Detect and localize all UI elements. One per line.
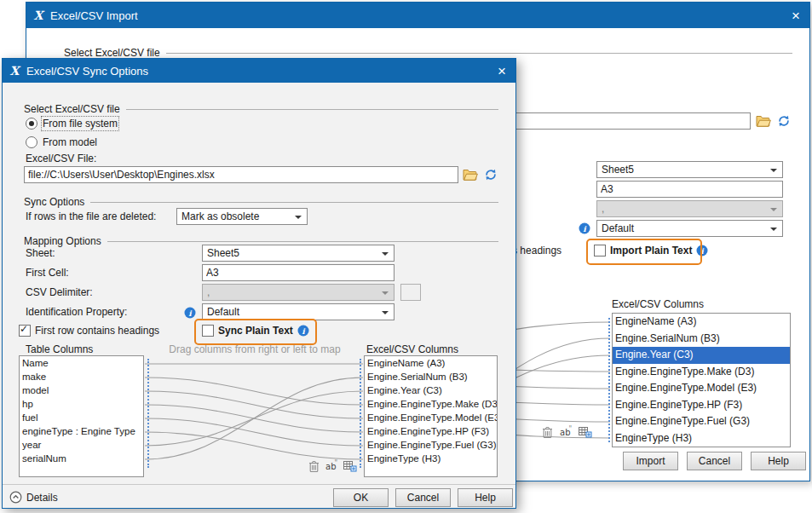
- separator-line: [126, 109, 498, 110]
- cancel-button[interactable]: Cancel: [395, 488, 451, 507]
- info-icon[interactable]: i: [579, 222, 590, 234]
- list-item[interactable]: Engine.EngineType.Fuel (G3): [613, 413, 790, 430]
- sheet-combo[interactable]: Sheet5: [596, 161, 783, 178]
- list-item[interactable]: Engine.EngineType.Make (D3): [613, 364, 790, 381]
- checkbox-unchecked-icon[interactable]: [202, 325, 214, 337]
- list-item[interactable]: Engine.Year (C3): [613, 347, 790, 364]
- map-by-name-icon[interactable]: ab": [558, 424, 573, 439]
- list-item[interactable]: engineType : Engine Type: [20, 424, 143, 438]
- remove-mapping-icon[interactable]: [539, 424, 555, 439]
- csv-delimiter-combo: ,: [596, 200, 783, 217]
- list-item[interactable]: serialNum: [20, 452, 143, 465]
- separator-line: [166, 53, 792, 54]
- sheet-combo[interactable]: Sheet5: [202, 245, 394, 262]
- list-item[interactable]: EngineType (H3): [365, 452, 497, 465]
- list-item[interactable]: Engine.EngineType.Model (E3): [613, 380, 790, 397]
- sync-dialog-body: Select Excel/CSV file From file system F…: [3, 83, 515, 508]
- refresh-icon[interactable]: [483, 167, 498, 182]
- help-button[interactable]: Help: [458, 488, 513, 507]
- details-toggle[interactable]: Details: [9, 491, 58, 504]
- map-by-order-icon[interactable]: [342, 458, 357, 473]
- radio-from-model[interactable]: From model: [26, 135, 97, 148]
- list-item[interactable]: hp: [20, 397, 143, 411]
- file-path-input[interactable]: [24, 166, 458, 183]
- sync-dialog-titlebar[interactable]: X Excel/CSV Sync Options ×: [3, 59, 515, 83]
- refresh-arrows-icon: [777, 114, 791, 128]
- list-item[interactable]: Engine.SerialNum (B3): [613, 331, 790, 348]
- excel-columns-list[interactable]: EngineName (A3)Engine.SerialNum (B3)Engi…: [364, 355, 498, 477]
- import-dialog-titlebar[interactable]: X Excel/CSV Import ×: [26, 3, 809, 28]
- checkbox-checked-icon[interactable]: [19, 325, 31, 337]
- map-by-order-icon[interactable]: [577, 424, 592, 439]
- dialog-title: Excel/CSV Import: [50, 9, 138, 22]
- deleted-rows-value: Mark as obsolete: [181, 210, 259, 222]
- select-file-heading: Select Excel/CSV file: [64, 47, 792, 59]
- excel-columns-list[interactable]: EngineName (A3)Engine.SerialNum (B3)Engi…: [612, 313, 791, 447]
- table-columns-list[interactable]: NamemakemodelhpfuelengineType : Engine T…: [19, 355, 144, 477]
- import-button[interactable]: Import: [623, 452, 678, 470]
- map-by-name-icon[interactable]: ab": [324, 458, 339, 473]
- first-cell-input[interactable]: [596, 181, 783, 198]
- list-item[interactable]: model: [20, 383, 143, 397]
- first-cell-label: First Cell:: [26, 267, 69, 280]
- close-icon[interactable]: ×: [787, 8, 804, 24]
- list-item[interactable]: Engine.EngineType.Make (D3): [365, 397, 497, 411]
- import-plain-text-checkbox[interactable]: Import Plain Text i: [594, 244, 708, 257]
- list-item[interactable]: year: [20, 438, 143, 452]
- list-item[interactable]: EngineName (A3): [365, 356, 497, 370]
- identification-property-combo[interactable]: Default: [596, 220, 783, 237]
- close-icon[interactable]: ×: [493, 63, 510, 79]
- info-icon[interactable]: i: [696, 245, 708, 256]
- radio-selected-icon[interactable]: [26, 118, 37, 130]
- refresh-icon[interactable]: [776, 113, 792, 128]
- drag-hint-text: Drag columns from right or left to map: [146, 343, 364, 355]
- deleted-rows-combo[interactable]: Mark as obsolete: [176, 208, 308, 225]
- sheet-combo-value: Sheet5: [602, 164, 634, 176]
- custom-delimiter-input: [400, 284, 421, 301]
- import-plain-text-label: Import Plain Text: [610, 245, 692, 256]
- radio-from-model-label: From model: [43, 136, 97, 148]
- svg-text:X: X: [34, 9, 45, 22]
- list-item[interactable]: Name: [20, 356, 143, 370]
- drop-edge-indicator: [608, 318, 610, 442]
- radio-from-file-system[interactable]: From file system: [26, 117, 118, 130]
- remove-mapping-icon[interactable]: [306, 458, 321, 473]
- list-item[interactable]: Engine.EngineType.Model (E3): [365, 411, 497, 424]
- checkbox-unchecked-icon[interactable]: [594, 245, 606, 256]
- list-item[interactable]: make: [20, 370, 143, 383]
- list-item[interactable]: Engine.SerialNum (B3): [365, 370, 497, 383]
- list-item[interactable]: EngineName (A3): [613, 314, 790, 331]
- list-item[interactable]: Engine.EngineType.HP (F3): [365, 424, 497, 438]
- mapping-curve: [145, 418, 363, 446]
- separator-line: [107, 241, 498, 242]
- refresh-arrows-icon: [484, 168, 498, 182]
- list-item[interactable]: Engine.EngineType.Fuel (G3): [365, 438, 497, 452]
- sheet-label: Sheet:: [26, 247, 55, 260]
- list-item[interactable]: Engine.Year (C3): [365, 383, 497, 397]
- sync-plain-text-checkbox[interactable]: Sync Plain Text i: [202, 324, 309, 337]
- list-item[interactable]: Engine.EngineType.HP (F3): [613, 397, 790, 414]
- browse-folder-icon[interactable]: [463, 167, 478, 182]
- ok-button[interactable]: OK: [333, 488, 389, 507]
- radio-unselected-icon[interactable]: [26, 136, 37, 148]
- mapping-curve: [145, 378, 363, 459]
- browse-folder-icon[interactable]: [756, 113, 771, 128]
- info-icon[interactable]: i: [184, 307, 196, 319]
- list-item[interactable]: EngineType (H3): [613, 430, 790, 447]
- help-button[interactable]: Help: [751, 452, 806, 470]
- info-icon[interactable]: i: [297, 325, 309, 337]
- app-logo-icon: X: [8, 64, 21, 78]
- excel-columns-heading: Excel/CSV Columns: [366, 343, 458, 356]
- details-expand-icon: [9, 491, 22, 504]
- svg-text:": ": [334, 459, 337, 467]
- drop-edge-indicator: [147, 359, 149, 468]
- csv-delimiter-value: ,: [207, 286, 210, 298]
- radio-from-file-system-label: From file system: [43, 118, 118, 130]
- list-item[interactable]: fuel: [20, 411, 143, 424]
- sync-plain-text-label: Sync Plain Text: [218, 325, 293, 337]
- first-row-headings-checkbox[interactable]: First row contains headings: [19, 324, 159, 337]
- identification-property-combo[interactable]: Default: [202, 303, 394, 320]
- cancel-button[interactable]: Cancel: [687, 452, 742, 470]
- csv-delimiter-combo: ,: [202, 284, 394, 301]
- first-cell-input[interactable]: [202, 264, 394, 281]
